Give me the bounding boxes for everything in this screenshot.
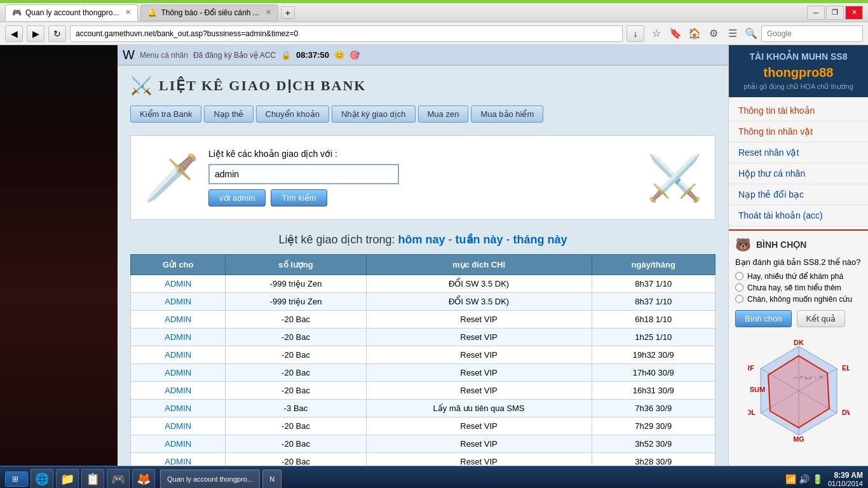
cell-purpose: Reset VIP [366, 311, 592, 329]
search-with-button[interactable]: với admin [208, 189, 266, 207]
sidebar-account-title: TÀI KHOẢN MUHN SS8 [735, 51, 862, 62]
radio-option-1[interactable] [735, 272, 743, 280]
txn-link-tuan-nay[interactable]: tuần này [456, 233, 503, 246]
taskbar-app-ie[interactable]: 🌐 [31, 469, 53, 489]
table-row: ADMIN -999 triệu Zen ĐỔI SW 3.5 DK) 8h37… [131, 275, 715, 293]
tools-button[interactable]: ⚙ [705, 25, 722, 42]
bookmark-list-button[interactable]: 🔖 [667, 25, 684, 42]
taskbar: ⊞ 🌐 📁 📋 🎮 🦊 Quan ly account thongpro... … [0, 466, 868, 488]
admin-link[interactable]: ADMIN [165, 350, 191, 360]
sidebar-link-tai-khoan[interactable]: Thông tin tài khoản [729, 100, 868, 121]
main-content: W Menu cá nhân Đã đăng ký Bảo vệ ACC 🔒 0… [118, 45, 728, 466]
cell-date: 3h52 30/9 [592, 435, 715, 453]
option-2-label: Chưa hay, sẽ tìm hiểu thêm [747, 283, 841, 292]
taskbar-window-1[interactable]: Quan ly account thongpro... [160, 470, 260, 489]
table-row: ADMIN -20 Bac Reset VIP 3h28 30/9 [131, 453, 715, 466]
taskbar-app-game[interactable]: 🎮 [107, 469, 130, 489]
cell-amount: -20 Bac [226, 417, 366, 435]
admin-link[interactable]: ADMIN [165, 315, 191, 324]
option-1[interactable]: Hay, nhiều thứ để khám phá [735, 272, 862, 281]
taskbar-window-2[interactable]: N [262, 470, 281, 489]
minimize-button[interactable]: ─ [807, 6, 825, 20]
header-time: 08:37:50 [296, 50, 329, 60]
radio-option-3[interactable] [735, 295, 743, 303]
tab-close-2[interactable]: ✕ [266, 8, 271, 17]
taskbar-right: 📶 🔊 🔋 8:39 AM 01/10/2014 [785, 471, 863, 487]
cell-date: 1h25 1/10 [592, 329, 715, 346]
admin-link[interactable]: ADMIN [165, 421, 191, 431]
sidebar-link-nhan-vat[interactable]: Thông tin nhân vật [729, 121, 868, 142]
search-text-input[interactable] [208, 164, 399, 184]
home-button[interactable]: 🏠 [686, 25, 703, 42]
start-button[interactable]: ⊞ [5, 471, 28, 487]
warrior-right-image: ⚔️ [647, 152, 702, 204]
nav-chuyen-khoan[interactable]: Chuyển khoản [256, 105, 329, 123]
taskbar-app-notepad[interactable]: 📋 [81, 469, 104, 489]
menu-button[interactable]: ☰ [724, 25, 741, 42]
battery-icon: 🔋 [812, 474, 823, 484]
admin-link[interactable]: ADMIN [165, 457, 191, 466]
cell-amount: -3 Bac [226, 400, 366, 417]
admin-link[interactable]: ADMIN [165, 386, 191, 395]
admin-link[interactable]: ADMIN [165, 403, 191, 413]
table-row: ADMIN -20 Bac Reset VIP 1h25 1/10 [131, 329, 715, 346]
txn-header-text: Liệt kê giao dịch trong: [278, 233, 398, 246]
nav-nhat-ky[interactable]: Nhật ký giao dịch [332, 105, 416, 123]
admin-link[interactable]: ADMIN [165, 439, 191, 449]
main-inner: ⚔️ Liệt kê giao dịch Bank Kiểm tra Bank … [118, 65, 728, 466]
cell-amount: -20 Bac [226, 329, 366, 346]
admin-link[interactable]: ADMIN [165, 368, 191, 377]
cell-to: ADMIN [131, 364, 226, 382]
bookmark-star-button[interactable]: ☆ [648, 25, 665, 42]
radio-option-2[interactable] [735, 283, 743, 292]
address-bar[interactable] [70, 25, 623, 42]
new-tab-button[interactable]: + [281, 6, 295, 19]
find-button[interactable]: Tìm kiếm [271, 189, 327, 207]
cell-purpose: Reset VIP [366, 346, 592, 364]
sidebar-link-thoat[interactable]: Thoát tài khoản (acc) [729, 205, 868, 226]
emoji-target: 🎯 [349, 50, 360, 60]
forward-button[interactable]: ▶ [27, 25, 44, 42]
cell-amount: -999 triệu Zen [226, 293, 366, 311]
admin-link[interactable]: ADMIN [165, 297, 191, 306]
close-button[interactable]: ✕ [845, 6, 863, 20]
search-input[interactable] [761, 25, 863, 42]
sidebar-link-nap-the[interactable]: Nạp thẻ đổi bạc [729, 184, 868, 205]
txn-link-thang-nay[interactable]: tháng này [513, 233, 567, 246]
taskbar-app-explorer[interactable]: 📁 [56, 469, 79, 489]
sidebar-link-hop-thu[interactable]: Hộp thư cá nhân [729, 163, 868, 184]
admin-link[interactable]: ADMIN [165, 332, 191, 342]
admin-link[interactable]: ADMIN [165, 279, 191, 288]
restore-button[interactable]: ❐ [826, 6, 844, 20]
result-button[interactable]: Kết quả [797, 310, 845, 327]
cell-to: ADMIN [131, 275, 226, 293]
table-row: ADMIN -20 Bac Reset VIP 19h32 30/9 [131, 346, 715, 364]
nav-nap-the[interactable]: Nạp thẻ [204, 105, 253, 123]
tab-close-1[interactable]: ✕ [125, 8, 131, 17]
nav-mua-zen[interactable]: Mua zen [418, 105, 469, 123]
right-sidebar: TÀI KHOẢN MUHN SS8 thongpro88 phải gõ đú… [728, 45, 868, 466]
emoji-face: 😊 [334, 50, 344, 60]
taskbar-date: 01/10/2014 [828, 480, 863, 487]
protection-status: Đã đăng ký Bảo vệ ACC [193, 51, 276, 60]
sidebar-link-reset[interactable]: Reset nhân vật [729, 142, 868, 163]
txn-link-hom-nay[interactable]: hôm nay [398, 233, 445, 246]
cell-amount: -20 Bac [226, 311, 366, 329]
back-button[interactable]: ◀ [5, 25, 23, 42]
nav-check-bank[interactable]: Kiểm tra Bank [130, 105, 201, 123]
option-3-label: Chán, không muốn nghiên cứu [747, 295, 852, 304]
table-row: ADMIN -20 Bac Reset VIP 3h52 30/9 [131, 435, 715, 453]
nav-mua-bao-hiem[interactable]: Mua bảo hiểm [471, 105, 543, 123]
table-row: ADMIN -999 triệu Zen ĐỔI SW 3.5 DK) 8h37… [131, 293, 715, 311]
vote-button[interactable]: Bình chon [735, 310, 792, 327]
chart-label-rf: RF [748, 364, 754, 372]
taskbar-app-firefox[interactable]: 🦊 [132, 469, 155, 489]
option-2[interactable]: Chưa hay, sẽ tìm hiểu thêm [735, 283, 862, 292]
tab-active[interactable]: 🎮 Quan ly account thongpro... ✕ [5, 4, 138, 21]
window-controls: ─ ❐ ✕ [807, 6, 863, 20]
chart-label-dw: DW [842, 409, 850, 416]
tab-inactive[interactable]: 🔔 Thông báo - Đổi siêu cánh ... ✕ [140, 4, 278, 21]
option-3[interactable]: Chán, không muốn nghiên cứu [735, 295, 862, 304]
refresh-button[interactable]: ↻ [48, 25, 66, 42]
go-button[interactable]: ↓ [627, 25, 644, 42]
